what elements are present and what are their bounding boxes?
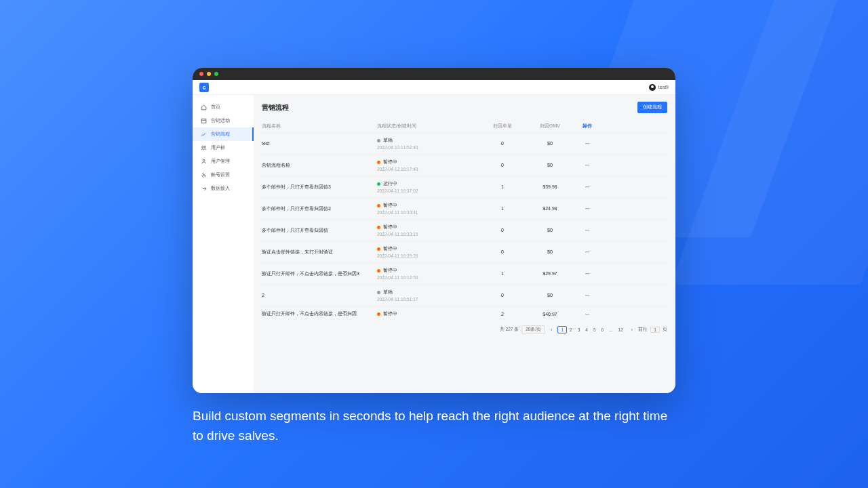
row-actions-button[interactable]: ··· [574, 163, 601, 167]
sidebar-item-2[interactable]: 营销流程 [193, 127, 254, 141]
cell-status: 暂停中2022-04-11 16:12:50 [377, 267, 479, 280]
page-title: 营销流程 [262, 103, 289, 113]
status-dot-icon [377, 312, 380, 316]
cell-qty: 1 [479, 184, 526, 189]
pagination-page-4[interactable]: 4 [583, 327, 591, 333]
svg-point-4 [203, 174, 204, 176]
cell-qty: 0 [479, 141, 526, 146]
cell-qty: 2 [479, 312, 526, 317]
topbar: c test9 [193, 80, 675, 95]
sidebar-item-0[interactable]: 首页 [193, 100, 254, 114]
row-actions-button[interactable]: ··· [574, 206, 601, 211]
pagination-prev-icon[interactable]: ‹ [548, 327, 555, 333]
cell-qty: 0 [479, 163, 526, 167]
cell-gmv: $0 [526, 249, 574, 254]
sidebar-item-1[interactable]: 营销活动 [193, 114, 254, 127]
user-menu[interactable]: test9 [649, 84, 669, 91]
row-actions-button[interactable]: ··· [574, 249, 601, 254]
cell-name: 多个邮件时，只打开查看归因值3 [262, 184, 377, 190]
window-minimize-icon[interactable] [207, 72, 211, 76]
cell-gmv: $0 [526, 141, 574, 146]
flow-table: 流程名称 流程状态/创建时间 归因单量 归因GMV 操作 test草稿2022-… [262, 120, 667, 321]
status-dot-icon [377, 226, 380, 229]
app-logo-icon[interactable]: c [199, 83, 209, 92]
row-actions-button[interactable]: ··· [574, 228, 601, 232]
pagination-jump-label: 前往 [638, 327, 648, 333]
marketing-caption: Build custom segments in seconds to help… [193, 407, 675, 445]
sidebar-item-5[interactable]: 账号设置 [193, 168, 254, 182]
table-row: 多个邮件时，只打开查看归因值暂停中2022-04-11 16:33:150$0·… [262, 219, 667, 241]
table-row: 验证点击邮件链接，未打开时验证暂停中2022-04-11 16:25:260$0… [262, 241, 667, 262]
pagination-page-2[interactable]: 2 [567, 327, 575, 333]
sidebar-item-label: 营销流程 [211, 131, 230, 138]
svg-point-3 [203, 159, 205, 161]
row-actions-button[interactable]: ··· [574, 271, 601, 276]
sidebar-item-6[interactable]: 数据接入 [193, 182, 254, 195]
sidebar-icon-1 [201, 118, 207, 124]
cell-gmv: $24.98 [526, 206, 574, 211]
pagination-total: 共 227 条 [500, 327, 519, 333]
table-row: 营销流程名称暂停中2022-04-12 16:17:400$0··· [262, 154, 667, 176]
sidebar-item-3[interactable]: 用户群 [193, 141, 254, 155]
cell-gmv: $0 [526, 228, 574, 232]
svg-rect-0 [201, 119, 206, 123]
pagination-jump-input[interactable]: 1 [650, 327, 660, 333]
pagination: 共 227 条 20条/页 ‹ 123456...12 › 前往 1 页 [262, 325, 667, 334]
cell-gmv: $0 [526, 293, 574, 298]
pagination-page-6[interactable]: 6 [599, 327, 607, 333]
status-dot-icon [377, 247, 380, 251]
cell-gmv: $29.97 [526, 271, 574, 276]
sidebar-item-label: 数据接入 [211, 185, 230, 192]
sidebar-item-label: 账号设置 [211, 171, 230, 178]
window-maximize-icon[interactable] [214, 72, 218, 76]
sidebar: 首页营销活动营销流程用户群用户管理账号设置数据接入 [193, 95, 254, 393]
table-row: 多个邮件时，只打开查看归因值3运行中2022-04-11 16:37:021$3… [262, 176, 667, 197]
cell-name: 多个邮件时，只打开查看归因值 [262, 227, 377, 234]
pagination-page-1[interactable]: 1 [557, 326, 567, 333]
window-close-icon[interactable] [199, 72, 203, 76]
table-row: 多个邮件时，只打开查看归因值2暂停中2022-04-11 16:33:411$2… [262, 197, 667, 219]
cell-name: 验证只打开邮件，不点击内容链接，是否归因3 [262, 270, 377, 277]
pagination-next-icon[interactable]: › [629, 327, 635, 333]
sidebar-item-label: 营销活动 [211, 117, 230, 124]
app-window: c test9 首页营销活动营销流程用户群用户管理账号设置数据接入 营销流程 创… [193, 68, 675, 393]
th-qty: 归因单量 [479, 123, 526, 129]
table-row: 验证只打开邮件，不点击内容链接，是否归因3暂停中2022-04-11 16:12… [262, 262, 667, 284]
cell-name: 多个邮件时，只打开查看归因值2 [262, 205, 377, 212]
cell-name: 2 [262, 293, 377, 298]
cell-status: 暂停中2022-04-11 16:25:26 [377, 245, 479, 258]
create-flow-button[interactable]: 创建流程 [637, 102, 667, 113]
sidebar-icon-5 [201, 172, 207, 178]
titlebar [193, 68, 675, 80]
cell-status: 草稿2022-04-11 15:51:17 [377, 289, 479, 302]
sidebar-item-4[interactable]: 用户管理 [193, 155, 254, 168]
cell-gmv: $0 [526, 163, 574, 167]
status-dot-icon [377, 204, 380, 207]
sidebar-icon-3 [201, 145, 207, 151]
cell-name: 营销流程名称 [262, 162, 377, 169]
sidebar-item-label: 用户管理 [211, 158, 230, 165]
main-content: 营销流程 创建流程 流程名称 流程状态/创建时间 归因单量 归因GMV 操作 t… [254, 95, 675, 393]
pagination-page-3[interactable]: 3 [575, 327, 583, 333]
row-actions-button[interactable]: ··· [574, 293, 601, 298]
cell-status: 暂停中2022-04-12 16:17:40 [377, 159, 479, 171]
pagination-page-12[interactable]: 12 [616, 327, 626, 333]
status-dot-icon [377, 139, 380, 142]
pagination-page-5[interactable]: 5 [591, 327, 599, 333]
sidebar-icon-6 [201, 186, 207, 192]
th-op: 操作 [574, 123, 601, 129]
table-header-row: 流程名称 流程状态/创建时间 归因单量 归因GMV 操作 [262, 120, 667, 132]
row-actions-button[interactable]: ··· [574, 184, 601, 189]
sidebar-item-label: 首页 [211, 104, 220, 110]
page-size-select[interactable]: 20条/页 [521, 325, 545, 334]
sidebar-icon-2 [201, 131, 207, 138]
cell-qty: 0 [479, 228, 526, 232]
cell-name: test [262, 141, 377, 146]
cell-status: 暂停中2022-04-11 16:33:41 [377, 202, 479, 215]
cell-status: 运行中2022-04-11 16:37:02 [377, 180, 479, 193]
row-actions-button[interactable]: ··· [574, 141, 601, 146]
row-actions-button[interactable]: ··· [574, 312, 601, 317]
cell-qty: 1 [479, 271, 526, 276]
cell-gmv: $39.98 [526, 184, 574, 189]
status-dot-icon [377, 161, 380, 164]
